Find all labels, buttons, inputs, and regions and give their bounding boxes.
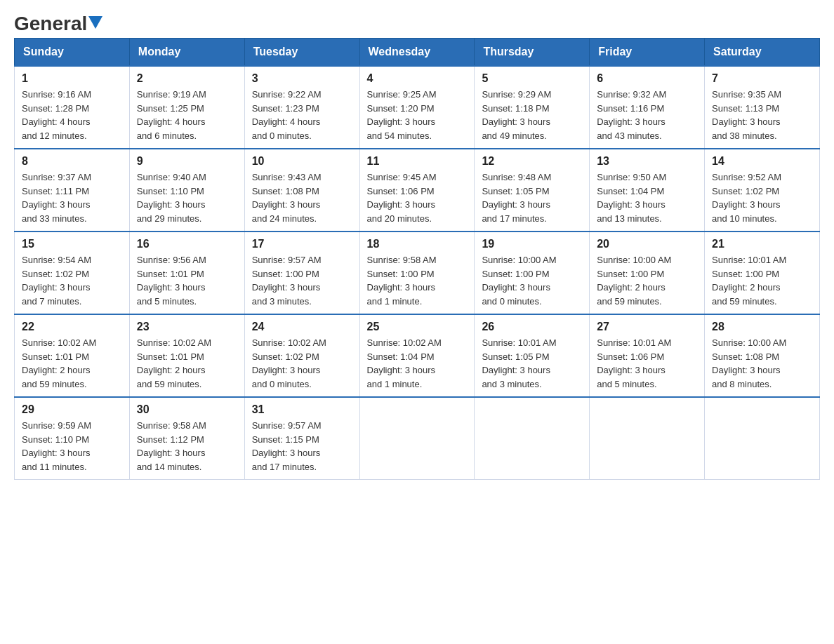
calendar-cell: 25Sunrise: 10:02 AM Sunset: 1:04 PM Dayl… xyxy=(359,314,475,397)
calendar-cell: 3Sunrise: 9:22 AM Sunset: 1:23 PM Daylig… xyxy=(244,66,359,149)
calendar-cell: 13Sunrise: 9:50 AM Sunset: 1:04 PM Dayli… xyxy=(590,149,705,232)
day-info: Sunrise: 9:37 AM Sunset: 1:11 PM Dayligh… xyxy=(22,170,122,225)
calendar-cell: 1Sunrise: 9:16 AM Sunset: 1:28 PM Daylig… xyxy=(15,66,130,149)
day-number: 24 xyxy=(252,321,352,333)
day-number: 6 xyxy=(597,72,697,85)
day-number: 17 xyxy=(252,238,352,250)
calendar-cell xyxy=(475,397,590,480)
weekday-header-wednesday: Wednesday xyxy=(359,39,475,67)
calendar-cell xyxy=(359,397,475,480)
calendar-cell: 6Sunrise: 9:32 AM Sunset: 1:16 PM Daylig… xyxy=(590,66,705,149)
weekday-header-monday: Monday xyxy=(129,39,244,67)
calendar-week-row: 29Sunrise: 9:59 AM Sunset: 1:10 PM Dayli… xyxy=(15,397,820,480)
day-info: Sunrise: 10:02 AM Sunset: 1:02 PM Daylig… xyxy=(252,336,352,391)
day-number: 3 xyxy=(252,72,352,85)
day-number: 9 xyxy=(137,155,237,168)
day-info: Sunrise: 9:35 AM Sunset: 1:13 PM Dayligh… xyxy=(712,88,812,142)
calendar-cell: 14Sunrise: 9:52 AM Sunset: 1:02 PM Dayli… xyxy=(705,149,820,232)
calendar-cell: 29Sunrise: 9:59 AM Sunset: 1:10 PM Dayli… xyxy=(15,397,130,480)
day-number: 25 xyxy=(367,321,468,333)
day-number: 12 xyxy=(482,155,582,168)
calendar-cell: 15Sunrise: 9:54 AM Sunset: 1:02 PM Dayli… xyxy=(15,232,130,314)
day-info: Sunrise: 9:58 AM Sunset: 1:12 PM Dayligh… xyxy=(137,419,237,474)
calendar-week-row: 8Sunrise: 9:37 AM Sunset: 1:11 PM Daylig… xyxy=(15,149,820,232)
calendar-cell: 8Sunrise: 9:37 AM Sunset: 1:11 PM Daylig… xyxy=(15,149,130,232)
calendar-cell: 9Sunrise: 9:40 AM Sunset: 1:10 PM Daylig… xyxy=(129,149,244,232)
logo: General xyxy=(14,14,102,31)
weekday-header-saturday: Saturday xyxy=(705,39,820,67)
calendar-cell: 16Sunrise: 9:56 AM Sunset: 1:01 PM Dayli… xyxy=(129,232,244,314)
calendar-header-row: SundayMondayTuesdayWednesdayThursdayFrid… xyxy=(15,39,820,67)
day-number: 30 xyxy=(137,403,237,416)
day-info: Sunrise: 9:22 AM Sunset: 1:23 PM Dayligh… xyxy=(252,88,352,142)
day-info: Sunrise: 10:00 AM Sunset: 1:00 PM Daylig… xyxy=(482,253,582,308)
day-number: 20 xyxy=(597,238,697,250)
day-info: Sunrise: 9:29 AM Sunset: 1:18 PM Dayligh… xyxy=(482,88,582,142)
calendar-cell xyxy=(705,397,820,480)
calendar-cell: 17Sunrise: 9:57 AM Sunset: 1:00 PM Dayli… xyxy=(244,232,359,314)
calendar-week-row: 22Sunrise: 10:02 AM Sunset: 1:01 PM Dayl… xyxy=(15,314,820,397)
day-number: 23 xyxy=(137,321,237,333)
calendar-cell: 24Sunrise: 10:02 AM Sunset: 1:02 PM Dayl… xyxy=(244,314,359,397)
calendar-week-row: 1Sunrise: 9:16 AM Sunset: 1:28 PM Daylig… xyxy=(15,66,820,149)
svg-marker-0 xyxy=(88,16,102,29)
day-number: 5 xyxy=(482,72,582,85)
day-number: 29 xyxy=(22,403,122,416)
calendar-cell: 31Sunrise: 9:57 AM Sunset: 1:15 PM Dayli… xyxy=(244,397,359,480)
day-number: 14 xyxy=(712,155,812,168)
day-info: Sunrise: 10:02 AM Sunset: 1:04 PM Daylig… xyxy=(367,336,468,391)
day-info: Sunrise: 10:01 AM Sunset: 1:05 PM Daylig… xyxy=(482,336,582,391)
calendar-cell: 30Sunrise: 9:58 AM Sunset: 1:12 PM Dayli… xyxy=(129,397,244,480)
day-number: 10 xyxy=(252,155,352,168)
day-info: Sunrise: 9:57 AM Sunset: 1:00 PM Dayligh… xyxy=(252,253,352,308)
calendar-cell: 12Sunrise: 9:48 AM Sunset: 1:05 PM Dayli… xyxy=(475,149,590,232)
day-info: Sunrise: 10:02 AM Sunset: 1:01 PM Daylig… xyxy=(22,336,122,391)
calendar-cell: 10Sunrise: 9:43 AM Sunset: 1:08 PM Dayli… xyxy=(244,149,359,232)
calendar-cell: 4Sunrise: 9:25 AM Sunset: 1:20 PM Daylig… xyxy=(359,66,475,149)
day-number: 22 xyxy=(22,321,122,333)
day-info: Sunrise: 10:01 AM Sunset: 1:00 PM Daylig… xyxy=(712,253,812,308)
day-number: 1 xyxy=(22,72,122,85)
day-info: Sunrise: 9:54 AM Sunset: 1:02 PM Dayligh… xyxy=(22,253,122,308)
calendar-cell: 19Sunrise: 10:00 AM Sunset: 1:00 PM Dayl… xyxy=(475,232,590,314)
day-info: Sunrise: 9:52 AM Sunset: 1:02 PM Dayligh… xyxy=(712,170,812,225)
day-number: 4 xyxy=(367,72,468,85)
calendar-cell: 7Sunrise: 9:35 AM Sunset: 1:13 PM Daylig… xyxy=(705,66,820,149)
day-info: Sunrise: 10:01 AM Sunset: 1:06 PM Daylig… xyxy=(597,336,697,391)
day-info: Sunrise: 10:00 AM Sunset: 1:08 PM Daylig… xyxy=(712,336,812,391)
day-info: Sunrise: 9:45 AM Sunset: 1:06 PM Dayligh… xyxy=(367,170,468,225)
day-info: Sunrise: 9:16 AM Sunset: 1:28 PM Dayligh… xyxy=(22,88,122,142)
page-header: General xyxy=(14,14,820,31)
day-number: 27 xyxy=(597,321,697,333)
calendar-cell: 5Sunrise: 9:29 AM Sunset: 1:18 PM Daylig… xyxy=(475,66,590,149)
calendar-cell: 23Sunrise: 10:02 AM Sunset: 1:01 PM Dayl… xyxy=(129,314,244,397)
day-info: Sunrise: 9:19 AM Sunset: 1:25 PM Dayligh… xyxy=(137,88,237,142)
day-info: Sunrise: 9:25 AM Sunset: 1:20 PM Dayligh… xyxy=(367,88,468,142)
weekday-header-sunday: Sunday xyxy=(15,39,130,67)
day-info: Sunrise: 9:56 AM Sunset: 1:01 PM Dayligh… xyxy=(137,253,237,308)
calendar-cell: 2Sunrise: 9:19 AM Sunset: 1:25 PM Daylig… xyxy=(129,66,244,149)
day-number: 13 xyxy=(597,155,697,168)
day-number: 2 xyxy=(137,72,237,85)
day-number: 8 xyxy=(22,155,122,168)
day-info: Sunrise: 9:48 AM Sunset: 1:05 PM Dayligh… xyxy=(482,170,582,225)
day-info: Sunrise: 9:32 AM Sunset: 1:16 PM Dayligh… xyxy=(597,88,697,142)
logo-general-text: General xyxy=(14,14,87,34)
calendar-cell: 22Sunrise: 10:02 AM Sunset: 1:01 PM Dayl… xyxy=(15,314,130,397)
day-info: Sunrise: 10:02 AM Sunset: 1:01 PM Daylig… xyxy=(137,336,237,391)
day-number: 28 xyxy=(712,321,812,333)
day-info: Sunrise: 10:00 AM Sunset: 1:00 PM Daylig… xyxy=(597,253,697,308)
calendar-cell: 28Sunrise: 10:00 AM Sunset: 1:08 PM Dayl… xyxy=(705,314,820,397)
calendar-table: SundayMondayTuesdayWednesdayThursdayFrid… xyxy=(14,38,820,480)
day-info: Sunrise: 9:58 AM Sunset: 1:00 PM Dayligh… xyxy=(367,253,468,308)
weekday-header-tuesday: Tuesday xyxy=(244,39,359,67)
calendar-cell: 18Sunrise: 9:58 AM Sunset: 1:00 PM Dayli… xyxy=(359,232,475,314)
calendar-cell: 27Sunrise: 10:01 AM Sunset: 1:06 PM Dayl… xyxy=(590,314,705,397)
day-number: 16 xyxy=(137,238,237,250)
day-number: 11 xyxy=(367,155,468,168)
calendar-cell xyxy=(590,397,705,480)
day-number: 18 xyxy=(367,238,468,250)
day-number: 31 xyxy=(252,403,352,416)
day-info: Sunrise: 9:59 AM Sunset: 1:10 PM Dayligh… xyxy=(22,419,122,474)
weekday-header-friday: Friday xyxy=(590,39,705,67)
